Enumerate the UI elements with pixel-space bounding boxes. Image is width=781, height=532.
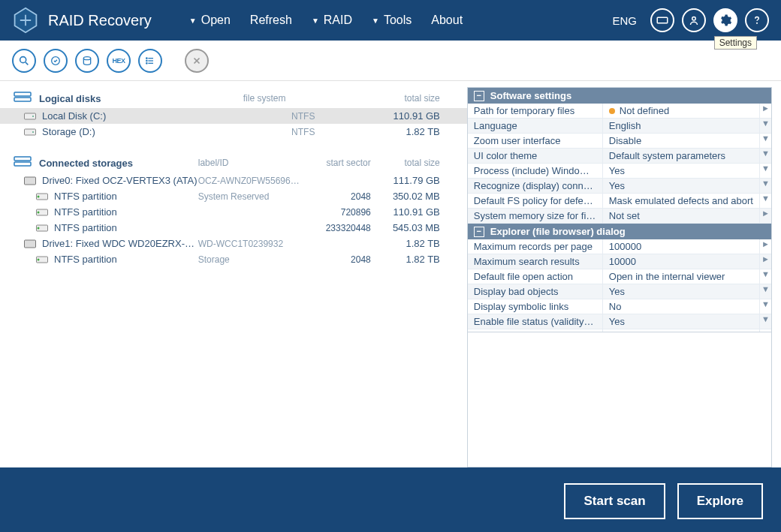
settings-row[interactable]: Process (include) Windows logical ...Yes… <box>468 164 771 179</box>
partition-row[interactable]: NTFS partition 720896 110.91 GB <box>0 204 467 220</box>
dropdown-icon[interactable]: ▼ <box>759 119 771 133</box>
svg-point-16 <box>146 62 147 63</box>
content-area: Logical disks file system total size Loc… <box>0 81 781 467</box>
drive-row[interactable]: Drive0: Fixed OCZ-VERTEX3 (ATA) OCZ-AWNZ… <box>0 173 467 188</box>
settings-group-explorer[interactable]: −Explorer (file browser) dialog <box>468 224 771 239</box>
partition-row[interactable]: NTFS partition Storage 2048 1.82 TB <box>0 251 467 267</box>
settings-row[interactable]: Default file open actionOpen in the inte… <box>468 269 771 284</box>
part-size: 350.02 MB <box>371 191 454 202</box>
settings-row[interactable]: Maximum records per page100000► <box>468 239 771 254</box>
disk-fs: NTFS <box>243 127 363 137</box>
setting-value: 10000 <box>603 254 759 269</box>
settings-row[interactable]: System memory size for file cache...Not … <box>468 209 771 224</box>
collapse-icon[interactable]: − <box>474 91 484 101</box>
disk-icon <box>24 112 36 121</box>
help-icon-button[interactable] <box>745 8 769 32</box>
expand-icon[interactable]: ► <box>759 239 771 254</box>
close-tool-icon[interactable] <box>185 49 209 73</box>
setting-key: Maximum records per page <box>468 239 603 254</box>
list-tool-icon[interactable] <box>138 49 162 73</box>
settings-row[interactable]: Recognize (display) connected me...Yes▼ <box>468 179 771 194</box>
settings-panel: −Software settings Path for temporary fi… <box>467 87 772 332</box>
settings-group-software[interactable]: −Software settings <box>468 88 771 104</box>
expand-icon[interactable]: ► <box>759 104 771 118</box>
svg-point-7 <box>20 56 26 62</box>
search-tool-icon[interactable] <box>12 49 36 73</box>
disk-tool-icon[interactable] <box>75 49 99 73</box>
collapse-icon[interactable]: − <box>474 227 484 237</box>
settings-row[interactable]: Zoom user interfaceDisable▼ <box>468 134 771 149</box>
drive-name: Drive1: Fixed WDC WD20EZRX-00DC0... <box>42 238 198 249</box>
settings-row[interactable]: Don't display folder metadata sizeYes▼ <box>468 329 771 332</box>
svg-rect-34 <box>25 240 36 248</box>
settings-tooltip: Settings <box>714 36 757 50</box>
decrypt-tool-icon[interactable] <box>44 49 68 73</box>
logical-disks-title: Logical disks <box>39 93 243 104</box>
settings-row[interactable]: Enable file status (validity) indicati..… <box>468 314 771 329</box>
dropdown-icon[interactable]: ▼ <box>759 164 771 178</box>
settings-row[interactable]: Path for temporary filesNot defined► <box>468 104 771 119</box>
start-scan-button[interactable]: Start scan <box>564 483 665 519</box>
dropdown-icon[interactable]: ▼ <box>759 149 771 163</box>
disk-stack-icon <box>14 92 32 105</box>
hex-tool-button[interactable]: HEX <box>107 49 131 73</box>
drive-label: OCZ-AWNZ0FW55696C... <box>198 176 303 186</box>
disk-icon <box>24 128 36 137</box>
logical-disk-row[interactable]: Local Disk (C:) NTFS 110.91 GB <box>0 108 467 124</box>
menu-refresh[interactable]: Refresh <box>243 11 300 30</box>
partition-row[interactable]: NTFS partition 233320448 545.03 MB <box>0 220 467 236</box>
menu-tools[interactable]: ▼Tools <box>364 11 419 30</box>
logical-disk-row[interactable]: Storage (D:) NTFS 1.82 TB <box>0 124 467 140</box>
drive-row[interactable]: Drive1: Fixed WDC WD20EZRX-00DC0... WD-W… <box>0 236 467 251</box>
user-icon-button[interactable] <box>682 8 706 32</box>
settings-row[interactable]: UI color themeDefault system parameters▼ <box>468 149 771 164</box>
settings-icon-button[interactable] <box>713 8 737 32</box>
setting-key: Display bad objects <box>468 284 603 299</box>
part-sector: 233320448 <box>303 223 371 233</box>
setting-value: Default system parameters <box>603 149 759 163</box>
keyboard-icon-button[interactable] <box>650 8 674 32</box>
setting-key: Maximum search results <box>468 254 603 269</box>
settings-row[interactable]: Maximum search results10000► <box>468 254 771 269</box>
settings-row[interactable]: LanguageEnglish▼ <box>468 119 771 134</box>
part-sector: 2048 <box>303 254 371 265</box>
explore-button[interactable]: Explore <box>677 483 763 519</box>
setting-key: Path for temporary files <box>468 104 603 118</box>
dropdown-icon[interactable]: ▼ <box>759 134 771 148</box>
setting-value: Yes <box>603 329 759 332</box>
drive-icon <box>24 239 36 248</box>
menu-about[interactable]: About <box>424 11 470 30</box>
part-label: System Reserved <box>198 191 303 202</box>
dropdown-icon[interactable]: ▼ <box>759 179 771 193</box>
partition-row[interactable]: NTFS partition System Reserved 2048 350.… <box>0 188 467 204</box>
expand-icon[interactable]: ► <box>759 209 771 223</box>
settings-row[interactable]: Display bad objectsYes▼ <box>468 284 771 299</box>
dropdown-icon[interactable]: ▼ <box>759 299 771 314</box>
toolbar: HEX <box>0 41 781 81</box>
setting-key: Zoom user interface <box>468 134 603 148</box>
svg-point-22 <box>32 116 34 117</box>
svg-point-14 <box>146 58 147 59</box>
dropdown-icon[interactable]: ▼ <box>759 269 771 284</box>
setting-value: Mask emulated defects and abort <box>603 194 759 208</box>
menu-open-label: Open <box>201 14 231 27</box>
part-name: NTFS partition <box>54 191 198 202</box>
part-size: 545.03 MB <box>371 222 454 233</box>
left-pane: Logical disks file system total size Loc… <box>0 81 467 467</box>
settings-row[interactable]: Default FS policy for defective blo...Ma… <box>468 194 771 209</box>
part-name: NTFS partition <box>54 206 198 218</box>
language-selector[interactable]: ENG <box>612 14 637 27</box>
dropdown-icon[interactable]: ▼ <box>759 284 771 299</box>
part-sector: 2048 <box>303 191 371 202</box>
svg-point-33 <box>38 227 40 229</box>
menu-refresh-label: Refresh <box>250 14 292 27</box>
dropdown-icon[interactable]: ▼ <box>759 194 771 208</box>
menu-raid[interactable]: ▼RAID <box>304 11 360 30</box>
menu-open[interactable]: ▼Open <box>182 11 238 30</box>
settings-row[interactable]: Display symbolic linksNo▼ <box>468 299 771 314</box>
svg-rect-25 <box>14 157 31 161</box>
expand-icon[interactable]: ► <box>759 254 771 269</box>
setting-key: System memory size for file cache... <box>468 209 603 223</box>
dropdown-icon[interactable]: ▼ <box>759 314 771 329</box>
dropdown-icon[interactable]: ▼ <box>759 329 771 332</box>
